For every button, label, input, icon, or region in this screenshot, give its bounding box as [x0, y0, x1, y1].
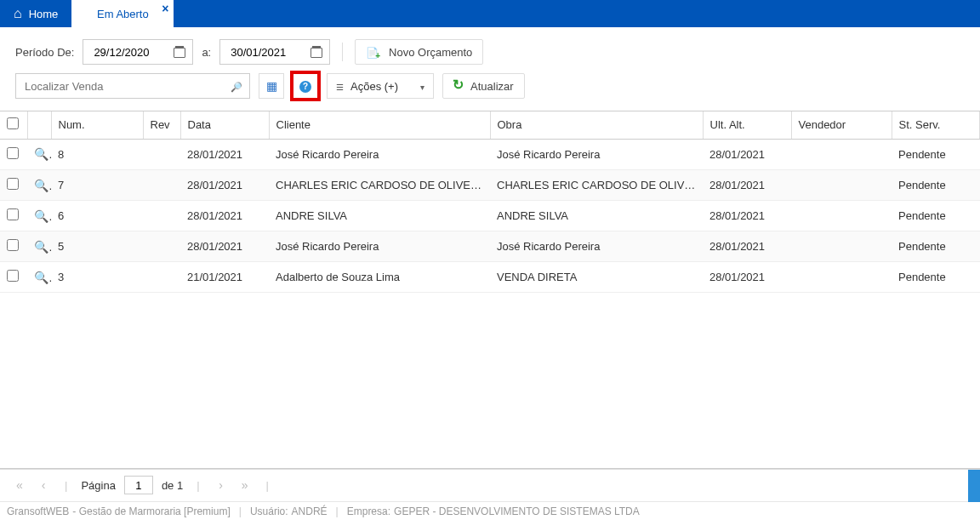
divider: [342, 43, 343, 61]
row-checkbox[interactable]: [7, 178, 19, 190]
refresh-icon: [453, 80, 465, 92]
date-to-input[interactable]: [219, 39, 330, 65]
cell-data: 28/01/2021: [180, 140, 269, 170]
cell-st: Pendente: [892, 140, 980, 170]
magnifier-icon[interactable]: 🔍: [34, 179, 51, 192]
data-grid: Num. Rev Data Cliente Obra Ult. Alt. Ven…: [0, 111, 980, 469]
row-checkbox[interactable]: [7, 208, 19, 220]
prev-page-button[interactable]: ‹: [36, 478, 51, 492]
date-from-field[interactable]: [94, 46, 162, 59]
calendar-icon[interactable]: [174, 46, 185, 58]
row-checkbox[interactable]: [7, 270, 19, 282]
last-page-button[interactable]: »: [237, 478, 253, 492]
cell-ult: 28/01/2021: [703, 140, 791, 170]
period-from-label: Período De:: [15, 46, 74, 59]
binoculars-icon[interactable]: [231, 80, 242, 93]
col-ult-alt[interactable]: Ult. Alt.: [703, 111, 791, 139]
cell-ult: 28/01/2021: [703, 201, 791, 231]
tab-bar: Home Em Aberto ×: [0, 0, 980, 27]
table-row[interactable]: 🔍321/01/2021Adalberto de Souza LimaVENDA…: [0, 262, 980, 293]
help-icon: [299, 79, 311, 93]
cell-vend: [791, 231, 892, 262]
search-field[interactable]: [25, 80, 231, 93]
tab-home[interactable]: Home: [0, 0, 71, 27]
scroll-indicator: [968, 470, 980, 502]
date-from-input[interactable]: [83, 39, 193, 65]
cell-ult: 28/01/2021: [703, 262, 791, 293]
cell-data: 28/01/2021: [180, 201, 269, 231]
col-vendedor[interactable]: Vendedor: [791, 111, 892, 139]
cell-num: 6: [51, 201, 143, 231]
date-to-field[interactable]: [231, 46, 299, 59]
row-checkbox[interactable]: [7, 147, 19, 159]
refresh-button[interactable]: Atualizar: [442, 73, 525, 99]
cell-ult: 28/01/2021: [703, 170, 791, 201]
row-checkbox[interactable]: [7, 239, 19, 251]
page-of-label: de 1: [162, 479, 183, 492]
new-budget-label: Novo Orçamento: [389, 46, 472, 59]
cell-num: 8: [51, 140, 143, 170]
action-toolbar: Ações (+) Atualizar: [0, 70, 980, 111]
chevron-down-icon: [420, 80, 424, 93]
refresh-label: Atualizar: [470, 80, 514, 93]
grid-layout-icon: [266, 79, 277, 93]
magnifier-icon[interactable]: 🔍: [34, 147, 51, 161]
table-row[interactable]: 🔍728/01/2021CHARLES ERIC CARDOSO DE OLIV…: [0, 170, 980, 201]
magnifier-icon[interactable]: 🔍: [34, 271, 51, 284]
next-page-button[interactable]: ›: [214, 478, 229, 492]
col-st-serv[interactable]: St. Serv.: [892, 111, 980, 139]
grid-layout-button[interactable]: [259, 73, 284, 99]
cell-obra: ANDRE SILVA: [490, 201, 703, 231]
cell-num: 3: [51, 262, 143, 293]
company-label: Empresa:: [347, 505, 390, 517]
filter-toolbar: Período De: a: Novo Orçamento: [0, 27, 980, 70]
col-data[interactable]: Data: [180, 111, 269, 139]
calendar-icon[interactable]: [311, 46, 322, 58]
cell-obra: José Ricardo Pereira: [490, 231, 703, 262]
page-input[interactable]: [124, 476, 153, 494]
table-row[interactable]: 🔍828/01/2021José Ricardo PereiraJosé Ric…: [0, 140, 980, 170]
col-obra[interactable]: Obra: [490, 111, 703, 139]
status-bar: GransoftWEB - Gestão de Marmoraria [Prem…: [0, 501, 980, 522]
col-num[interactable]: Num.: [51, 111, 143, 139]
col-cliente[interactable]: Cliente: [269, 111, 490, 139]
select-all-checkbox[interactable]: [7, 117, 19, 129]
col-rev[interactable]: Rev: [143, 111, 180, 139]
cell-st: Pendente: [892, 170, 980, 201]
magnifier-icon[interactable]: 🔍: [34, 240, 51, 254]
user-label: Usuário:: [250, 505, 288, 517]
cell-cliente: José Ricardo Pereira: [269, 231, 490, 262]
table-row[interactable]: 🔍628/01/2021ANDRE SILVAANDRE SILVA28/01/…: [0, 201, 980, 231]
cell-cliente: CHARLES ERIC CARDOSO DE OLIVEIRA ...: [269, 170, 490, 201]
tab-home-label: Home: [29, 8, 59, 20]
magnifier-icon[interactable]: 🔍: [34, 209, 51, 223]
cell-vend: [791, 170, 892, 201]
new-budget-button[interactable]: Novo Orçamento: [355, 39, 483, 65]
cell-st: Pendente: [892, 231, 980, 262]
cell-vend: [791, 201, 892, 231]
cell-ult: 28/01/2021: [703, 231, 791, 262]
cell-cliente: José Ricardo Pereira: [269, 140, 490, 170]
cell-vend: [791, 140, 892, 170]
help-button[interactable]: [293, 73, 318, 99]
close-icon[interactable]: ×: [162, 2, 168, 15]
cell-vend: [791, 262, 892, 293]
search-input[interactable]: [15, 73, 250, 99]
list-icon: [336, 80, 344, 93]
user-value: ANDRÉ: [292, 505, 328, 517]
first-page-button[interactable]: «: [12, 478, 27, 492]
table-row[interactable]: 🔍528/01/2021José Ricardo PereiraJosé Ric…: [0, 231, 980, 262]
actions-menu-button[interactable]: Ações (+): [327, 73, 434, 99]
cell-st: Pendente: [892, 262, 980, 293]
cell-obra: CHARLES ERIC CARDOSO DE OLIVEIRA ...: [490, 170, 703, 201]
cell-cliente: ANDRE SILVA: [269, 201, 490, 231]
cell-rev: [143, 201, 180, 231]
home-icon: [14, 6, 22, 21]
tab-em-aberto[interactable]: Em Aberto ×: [71, 0, 174, 27]
cell-num: 5: [51, 231, 143, 262]
page-label: Página: [81, 479, 115, 492]
period-to-label: a:: [202, 46, 211, 59]
cell-st: Pendente: [892, 201, 980, 231]
header-row: Num. Rev Data Cliente Obra Ult. Alt. Ven…: [0, 111, 980, 139]
cell-obra: José Ricardo Pereira: [490, 140, 703, 170]
